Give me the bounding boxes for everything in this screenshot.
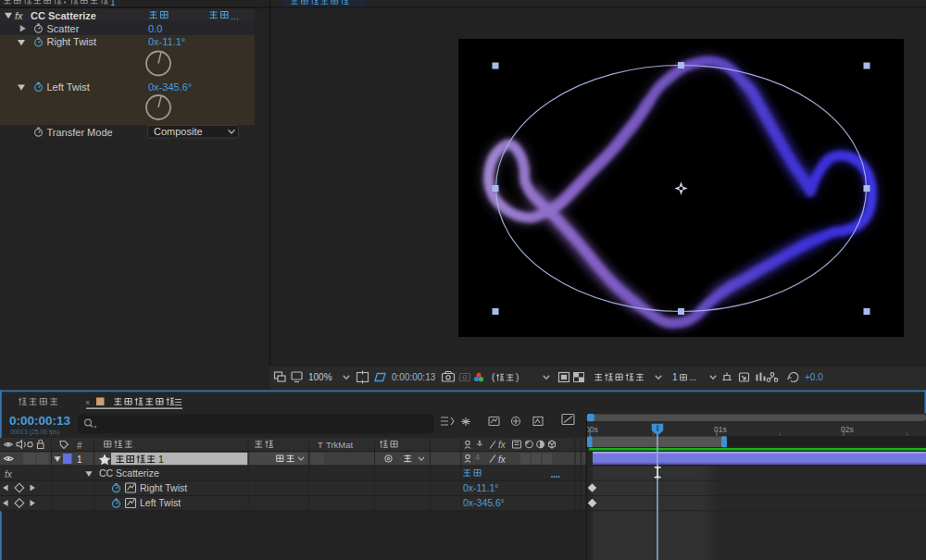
svg-text:fx: fx [5,469,13,479]
svg-text:Left Twist: Left Twist [140,497,181,508]
svg-text:0x-11.1°: 0x-11.1° [463,482,498,493]
svg-text:0:00:00:13: 0:00:00:13 [392,372,436,382]
svg-text:00013 (25.00 fps): 00013 (25.00 fps) [10,429,59,436]
svg-text:Composite: Composite [154,126,203,137]
svg-text:CC Scatterize: CC Scatterize [99,467,159,479]
svg-text:0x-345.6°: 0x-345.6° [463,497,505,508]
svg-text:0x-345.6°: 0x-345.6° [148,81,192,93]
svg-text:+0.0: +0.0 [805,372,823,382]
svg-text:...: ... [689,372,696,382]
svg-text:T: T [318,440,323,450]
svg-text:01s: 01s [714,425,727,434]
svg-text:Transfer Mode: Transfer Mode [47,127,113,138]
svg-text:0x-11.1°: 0x-11.1° [148,36,185,47]
svg-text:): ) [516,372,519,382]
svg-text:Scatter: Scatter [47,23,80,34]
svg-text:fx: fx [498,454,507,465]
svg-text:1: 1 [110,0,116,7]
svg-text:#: # [77,441,82,451]
svg-text:02s: 02s [841,425,854,434]
svg-text:fx: fx [498,440,507,450]
svg-text:...: ... [231,10,239,21]
svg-text:0:00:00:13: 0:00:00:13 [9,414,71,428]
svg-text:1: 1 [672,372,678,382]
svg-text:fx: fx [15,10,23,21]
svg-text:100%: 100% [308,372,332,382]
svg-text:Right Twist: Right Twist [47,36,97,47]
svg-text:1: 1 [158,454,164,465]
svg-text:TrkMat: TrkMat [326,440,354,450]
svg-text:1: 1 [77,454,82,465]
svg-text:CC Scatterize: CC Scatterize [31,10,96,21]
svg-text:×: × [85,398,90,407]
svg-text:Left Twist: Left Twist [47,81,90,93]
svg-text:0.0: 0.0 [148,23,162,34]
svg-text:Right Twist: Right Twist [140,482,187,493]
